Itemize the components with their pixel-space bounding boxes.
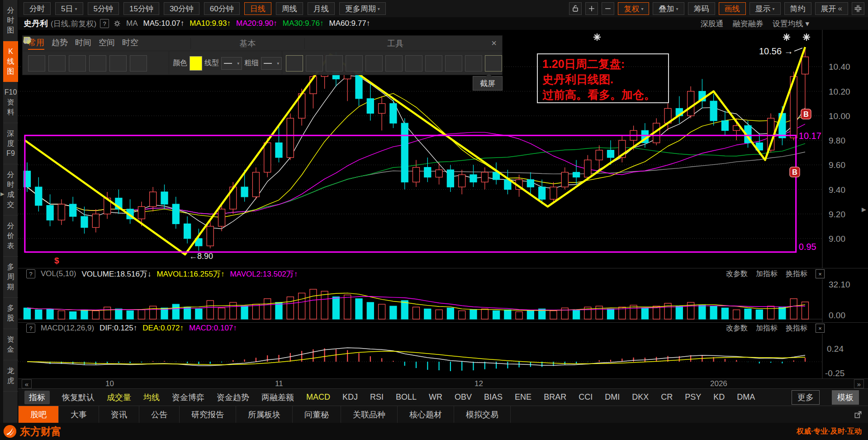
period-button-更多周期[interactable]: 更多周期▾ [339, 2, 386, 15]
indicator-OBV[interactable]: OBV [455, 392, 472, 402]
trash-tool-icon[interactable] [425, 55, 442, 72]
scroll-right-icon[interactable]: » [854, 379, 864, 388]
toolbar-button-筹码[interactable]: 筹码 [688, 2, 715, 15]
draw-tab-时间[interactable]: 时间 [75, 37, 91, 50]
color-swatch[interactable] [190, 56, 202, 71]
backslash-tool-icon[interactable] [89, 55, 106, 72]
sidebar-item-多周期[interactable]: 多周期 [3, 257, 18, 298]
help-icon[interactable]: ? [100, 19, 109, 28]
period-button-日线[interactable]: 日线 [244, 2, 271, 15]
expand-window-icon[interactable] [854, 406, 868, 423]
help-icon[interactable]: ? [26, 269, 35, 278]
period-button-周线[interactable]: 周线 [276, 2, 303, 15]
close-icon[interactable]: × [816, 269, 825, 278]
period-button-15分钟[interactable]: 15分钟 [123, 2, 159, 15]
period-button-5日[interactable]: 5日▾ [55, 2, 83, 15]
indicator-成交量[interactable]: 成交量 [107, 392, 131, 403]
panel-link-换指标[interactable]: 换指标 [786, 269, 807, 279]
minus-icon[interactable] [602, 2, 614, 15]
content-tab-公告[interactable]: 公告 [139, 406, 180, 423]
shrink-icon[interactable] [852, 2, 864, 15]
sidebar-item-分时成交[interactable]: 分时成交 [3, 164, 18, 215]
arrow-line-tool-icon[interactable] [48, 55, 66, 72]
toolbar-button-叠加[interactable]: 叠加▾ [653, 2, 684, 15]
period-button-月线[interactable]: 月线 [308, 2, 335, 15]
indicator-两融差额[interactable]: 两融差额 [261, 392, 294, 403]
linetype-dropdown[interactable]: ▾ [221, 57, 242, 70]
plus-icon[interactable] [585, 2, 598, 15]
indicator-PSY[interactable]: PSY [685, 392, 701, 402]
help-icon[interactable]: ? [26, 324, 35, 333]
indicator-BIAS[interactable]: BIAS [484, 392, 503, 402]
indicator-BRAR[interactable]: BRAR [544, 392, 566, 402]
right-panel-handle[interactable]: ▶ [862, 206, 866, 213]
draw-tab-时空[interactable]: 时空 [122, 37, 138, 50]
text-tool-icon[interactable]: A [365, 55, 383, 72]
main-chart-region[interactable]: 10.4010.2010.009.809.609.409.209.0010.17… [18, 30, 868, 268]
measure-tool-icon[interactable]: 123 [346, 55, 363, 72]
content-tab-模拟交易[interactable]: 模拟交易 [454, 406, 511, 423]
content-tab-所属板块[interactable]: 所属板块 [236, 406, 293, 423]
indicator-资金博弈[interactable]: 资金博弈 [172, 392, 204, 403]
period-button-分时[interactable]: 分时 [24, 2, 51, 15]
period-button-30分钟[interactable]: 30分钟 [164, 2, 199, 15]
indicator-资金趋势[interactable]: 资金趋势 [217, 392, 249, 403]
toolbar-button-展开[interactable]: 展开« [815, 2, 848, 15]
content-tab-资讯[interactable]: 资讯 [99, 406, 139, 423]
indicator-DMI[interactable]: DMI [605, 392, 620, 402]
indicator-CCI[interactable]: CCI [579, 392, 593, 402]
lock-icon[interactable] [569, 2, 582, 15]
sidebar-item-龙虎[interactable]: 龙虎 [3, 360, 18, 392]
sidebar-item-多股[interactable]: 多股 [3, 298, 18, 329]
cross-tool-icon[interactable] [130, 55, 147, 72]
panel-link-加指标[interactable]: 加指标 [756, 269, 778, 279]
panel-link-加指标[interactable]: 加指标 [756, 324, 778, 333]
annotation-note[interactable]: 1.20日周二复盘:史丹利日线图.过前高。看多。加仓。 [537, 53, 669, 103]
sidebar-item-分价表[interactable]: 分价表 [3, 215, 18, 257]
eraser-tool-icon[interactable] [405, 55, 422, 72]
indicator-BOLL[interactable]: BOLL [396, 392, 417, 402]
weight-dropdown[interactable]: ▾ [261, 57, 282, 70]
arrow-up-tool-icon[interactable] [306, 55, 323, 72]
indicator-DMA[interactable]: DMA [737, 392, 755, 402]
eye-tool-icon[interactable] [465, 55, 482, 72]
sidebar-item-K线图[interactable]: K线图 [3, 41, 18, 82]
panel-link-换指标[interactable]: 换指标 [786, 324, 807, 333]
info-link-深股通[interactable]: 深股通 [701, 19, 724, 29]
sidebar-item-资金[interactable]: 资金 [3, 329, 18, 360]
content-tab-问董秘[interactable]: 问董秘 [293, 406, 341, 423]
indicator-更多[interactable]: 更多 [792, 390, 820, 405]
sidebar-item-F10资料[interactable]: F10资料 [3, 82, 18, 123]
draw-tab-空间[interactable]: 空间 [99, 37, 115, 50]
macd-histogram-chart[interactable]: 0.24-0.25 [18, 334, 868, 379]
indicator-KD[interactable]: KD [713, 392, 725, 402]
panel-link-改参数[interactable]: 改参数 [726, 324, 748, 333]
indicator-模板[interactable]: 模板 [832, 390, 859, 405]
indicator-CR[interactable]: CR [661, 392, 673, 402]
toolbar-button-复权[interactable]: 复权▾ [618, 2, 649, 15]
indicator-恢复默认[interactable]: 恢复默认 [62, 392, 95, 403]
indicator-均线[interactable]: 均线 [143, 392, 160, 403]
sidebar-item-深度F9[interactable]: 深度F9 [3, 123, 18, 164]
cursor-tool-icon[interactable] [286, 55, 303, 72]
info-link-设置均线[interactable]: 设置均线 ▾ [773, 19, 809, 29]
period-button-5分钟[interactable]: 5分钟 [88, 2, 119, 15]
indicator-指标[interactable]: 指标 [24, 391, 50, 404]
close-icon[interactable]: × [486, 38, 502, 48]
indicator-RSI[interactable]: RSI [370, 392, 384, 402]
indicator-ENE[interactable]: ENE [515, 392, 531, 402]
arrow-down-tool-icon[interactable] [326, 55, 343, 72]
content-tab-股吧[interactable]: 股吧 [18, 406, 59, 423]
content-tab-核心题材[interactable]: 核心题材 [398, 406, 454, 423]
gear-icon[interactable] [113, 19, 122, 28]
sidebar-item-分时图[interactable]: 分时图 [3, 0, 18, 41]
draw-tab-趋势[interactable]: 趋势 [52, 37, 68, 50]
segment-tool-icon[interactable] [28, 55, 45, 72]
scroll-left-icon[interactable]: « [22, 379, 32, 388]
sidebar-collapse-handle[interactable]: ▶ [0, 191, 4, 197]
toolbar-button-显示[interactable]: 显示▾ [749, 2, 781, 15]
indicator-KDJ[interactable]: KDJ [342, 392, 358, 402]
content-tab-关联品种[interactable]: 关联品种 [341, 406, 398, 423]
toolbar-button-简约[interactable]: 简约 [784, 2, 811, 15]
screenshot-tool-icon[interactable] [485, 55, 502, 72]
